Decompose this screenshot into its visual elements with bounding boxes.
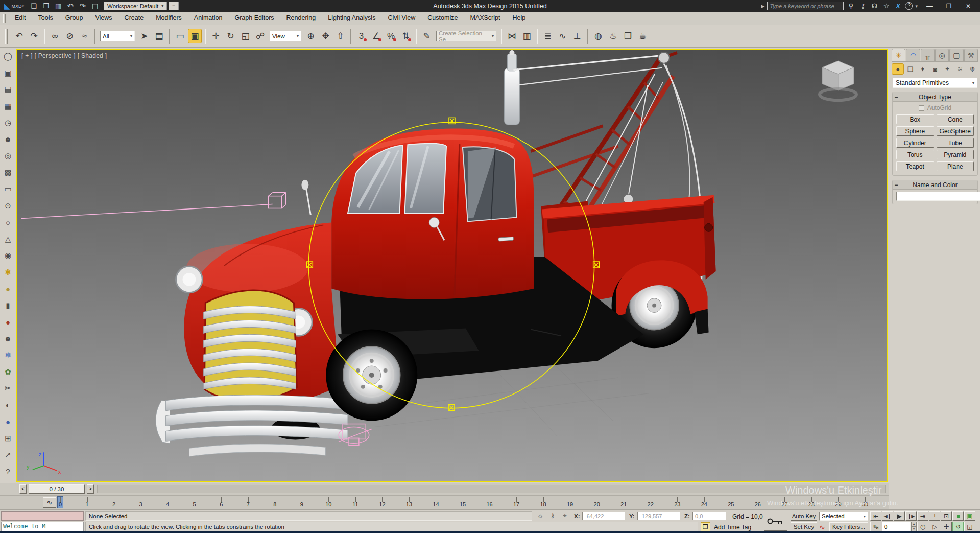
category-systems[interactable]: ❉	[966, 63, 978, 75]
front-wheel[interactable]	[326, 329, 417, 421]
set-key-button[interactable]: Set Key	[791, 522, 817, 531]
select-by-name-icon[interactable]: ▤	[152, 29, 166, 43]
primitive-button-cylinder[interactable]: Cylinder	[896, 138, 934, 148]
subcategory-dropdown[interactable]: Standard Primitives ▾	[893, 78, 977, 88]
wheel-tool-icon[interactable]: ◎	[2, 149, 15, 163]
viewport-label[interactable]: [ + ] [ Perspective ] [ Shaded ]	[21, 52, 107, 59]
zoom-extents-all-icon[interactable]: ▣	[964, 511, 975, 521]
curve-editor-icon[interactable]: ∿	[556, 29, 569, 43]
tab-modify[interactable]: ◠	[906, 49, 920, 61]
chevron-down-icon[interactable]: ▾	[915, 4, 918, 9]
help-icon[interactable]: ?	[905, 2, 913, 10]
search-input[interactable]	[767, 2, 844, 10]
toolbar-overflow-button[interactable]: ≡	[169, 2, 179, 10]
previous-frame-button[interactable]: ◀❙	[882, 511, 893, 521]
next-frame-button[interactable]: ❙▶	[905, 511, 917, 521]
reference-coordinate-system-dropdown[interactable]: View▾	[270, 31, 301, 41]
close-button[interactable]: ✕	[959, 3, 978, 10]
align-icon[interactable]: ▥	[520, 29, 534, 43]
snap-toggle-3d-icon[interactable]: 3	[354, 29, 368, 43]
maxscript-listener-input[interactable]: Welcome to M	[1, 522, 84, 531]
cylinder-tool-icon[interactable]: ▮	[2, 299, 15, 312]
image-tool-icon[interactable]: ▣	[2, 66, 15, 80]
perspective-viewport[interactable]: [ + ] [ Perspective ] [ Shaded ]	[16, 49, 888, 482]
percent-snap-icon[interactable]: %	[384, 29, 398, 43]
render-setup-icon[interactable]: ♨	[606, 29, 620, 43]
maxscript-mini-listener[interactable]	[1, 511, 84, 521]
time-configuration-button[interactable]: ◴	[917, 522, 928, 531]
menu-item-group[interactable]: Group	[59, 12, 89, 25]
auto-key-button[interactable]: Auto Key	[791, 512, 817, 521]
orbit-button[interactable]: ↺	[952, 522, 964, 531]
named-selection-dropdown[interactable]: Create Selection Se▾	[436, 31, 496, 41]
new-file-icon[interactable]: ❑	[28, 1, 39, 11]
spinner-snap-icon[interactable]: ⇅	[399, 29, 413, 43]
communication-center-icon[interactable]: ☊	[870, 2, 879, 10]
name-color-header[interactable]: − Name and Color	[893, 180, 977, 190]
application-menu-button[interactable]: ◣ MXD ▾	[0, 0, 28, 12]
menu-item-animation[interactable]: Animation	[188, 12, 229, 25]
zoom-icon[interactable]: ±	[929, 511, 940, 521]
minimize-button[interactable]: —	[920, 3, 939, 10]
x-coordinate-field[interactable]	[582, 512, 625, 520]
grid-tool-icon[interactable]: ▤	[2, 83, 15, 96]
zoom-extents-icon[interactable]: ■	[952, 511, 964, 521]
favorites-icon[interactable]: ☆	[881, 2, 891, 10]
frame-spinner[interactable]: ▲▼	[911, 522, 917, 531]
select-and-move-icon[interactable]: ✛	[209, 29, 223, 43]
workspace-dropdown[interactable]: Workspace: Default ▾	[104, 2, 167, 10]
redo-icon[interactable]: ↷▾	[77, 1, 88, 11]
spinner-up-icon[interactable]: ▲	[911, 522, 917, 527]
key-filters-button[interactable]: Key Filters...	[829, 522, 868, 531]
blue-ball-tool-icon[interactable]: ●	[2, 415, 15, 428]
add-time-tag[interactable]: Add Time Tag	[714, 524, 751, 531]
plant-tool-icon[interactable]: ✿	[2, 365, 15, 379]
infocenter-collapse-icon[interactable]: ▶	[761, 4, 765, 9]
material-editor-icon[interactable]: ◍	[591, 29, 605, 43]
crate-tool-icon[interactable]: ▩	[2, 166, 15, 179]
category-lights[interactable]: ✦	[917, 63, 929, 75]
save-file-icon[interactable]: ▦	[53, 1, 64, 11]
tab-create[interactable]: ✳	[892, 49, 905, 61]
star-tool-icon[interactable]: ✱	[2, 266, 15, 279]
schematic-view-icon[interactable]: ⊥	[570, 29, 584, 43]
undo-icon[interactable]: ↶▾	[65, 1, 76, 11]
restore-button[interactable]: ❐	[939, 3, 959, 10]
category-geometry[interactable]: ●	[892, 63, 904, 75]
transform-gizmo-icon[interactable]: ⌖	[560, 512, 570, 520]
redo-icon[interactable]: ↷	[27, 29, 41, 43]
menu-item-lighting-analysis[interactable]: Lighting Analysis	[322, 12, 381, 25]
primitive-button-torus[interactable]: Torus	[896, 150, 934, 159]
tab-display[interactable]: ▢	[949, 49, 963, 61]
figure-tool-icon[interactable]: ☻	[2, 133, 15, 146]
tab-motion[interactable]: ◎	[935, 49, 949, 61]
exchange-apps-icon[interactable]: X	[893, 2, 902, 10]
menu-item-create[interactable]: Create	[118, 12, 150, 25]
z-coordinate-field[interactable]	[692, 512, 726, 520]
disc-tool-icon[interactable]: ⊙	[2, 199, 15, 213]
next-key-button[interactable]: >	[87, 484, 94, 494]
current-frame-field[interactable]	[882, 522, 911, 531]
rectangular-selection-region-icon[interactable]: ▭	[173, 29, 187, 43]
menu-item-views[interactable]: Views	[89, 12, 118, 25]
open-file-icon[interactable]: ❒	[40, 1, 52, 11]
pan-view-button[interactable]: ✣	[941, 522, 952, 531]
select-and-place-icon[interactable]: ☍	[253, 29, 267, 43]
select-and-link-icon[interactable]: ∞	[48, 29, 62, 43]
object-name-input[interactable]	[896, 192, 980, 201]
tab-hierarchy[interactable]: ╦	[921, 49, 935, 61]
use-pivot-point-center-icon[interactable]: ⊕	[304, 29, 318, 43]
set-keys-button[interactable]	[764, 512, 787, 531]
scissors-tool-icon[interactable]: ✂	[2, 382, 15, 395]
undo-icon[interactable]: ↶	[12, 29, 26, 43]
torus-tool-icon[interactable]: ◉	[2, 249, 15, 262]
primitive-button-tube[interactable]: Tube	[937, 138, 974, 148]
bind-to-space-warp-icon[interactable]: ≈	[78, 29, 91, 43]
mirror-icon[interactable]: ⋈	[505, 29, 519, 43]
go-to-start-button[interactable]: ⇤	[870, 511, 881, 521]
menu-item-maxscript[interactable]: MAXScript	[464, 12, 506, 25]
isolate-selection-icon[interactable]: ❒	[701, 522, 710, 531]
select-object-icon[interactable]: ➤	[137, 29, 151, 43]
menu-item-help[interactable]: Help	[506, 12, 532, 25]
primitive-button-cone[interactable]: Cone	[937, 114, 974, 124]
